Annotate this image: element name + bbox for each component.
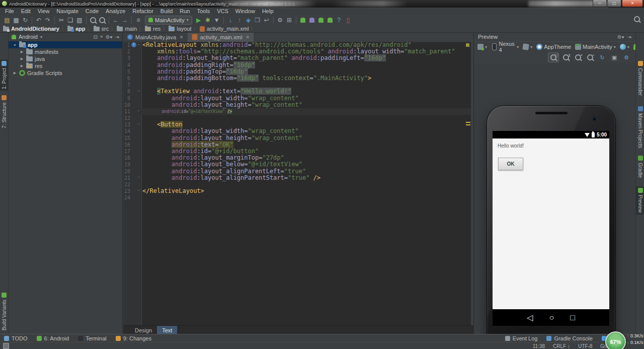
collapsed-arrow-icon[interactable]: ▶ — [20, 50, 24, 54]
preview-canvas[interactable]: 5:00 Hello world! OK ◁ ○ □ — [474, 63, 635, 334]
zoom-in-icon[interactable]: + — [573, 53, 583, 62]
zoom-fit-icon[interactable]: □ — [548, 52, 559, 62]
android-icon[interactable] — [326, 16, 335, 25]
chevron-down-icon[interactable]: ▾ — [40, 35, 42, 39]
phone-screen[interactable]: 5:00 Hello world! OK ◁ ○ □ — [493, 131, 609, 326]
toolwindow-event-log[interactable]: Event Log — [505, 335, 538, 341]
file-encoding[interactable]: UTF-8 — [578, 343, 592, 349]
avd-manager-icon[interactable] — [307, 16, 316, 25]
menu-navigate[interactable]: Navigate — [53, 8, 82, 14]
fold-marker[interactable]: − — [137, 43, 141, 47]
breadcrumb-item-layout[interactable]: layout — [169, 26, 191, 32]
tree-item-gradle-scripts[interactable]: ▶Gradle Scripts — [9, 69, 122, 77]
collapsed-arrow-icon[interactable]: ▶ — [20, 64, 24, 68]
collapsed-arrow-icon[interactable]: ▶ — [20, 57, 24, 61]
code-editor[interactable]: 1c−<RelativeLayout xmlns:android="http:/… — [123, 42, 471, 325]
attach-debugger-icon[interactable]: ▼ — [212, 16, 221, 25]
menu-vcs[interactable]: VCS — [213, 8, 232, 14]
locale-globe-selector[interactable]: ▾ — [618, 44, 631, 50]
close-button[interactable]: ✕ — [622, 0, 643, 7]
stripe-item-7-structure[interactable]: 7: Structure — [0, 94, 8, 130]
back-nav-icon[interactable]: ◁ — [527, 313, 533, 322]
toolwindow-9-changes[interactable]: 9: Changes — [116, 335, 151, 341]
tree-item-app[interactable]: ▼app — [9, 41, 122, 48]
hide-panel-icon[interactable]: ⇥ — [115, 34, 119, 40]
nexus-4-selector[interactable]: Nexus 4▾ — [490, 41, 520, 53]
diff-icon[interactable]: ❒ — [253, 16, 262, 25]
code-line-15[interactable]: 15 android:layout_height="wrap_content" — [123, 135, 471, 142]
open-icon[interactable]: ▤ — [3, 16, 12, 25]
project-structure-icon[interactable]: ⊞ — [285, 16, 294, 25]
settings-icon[interactable]: ⚙ — [276, 16, 285, 25]
sync-icon[interactable]: ↻ — [21, 16, 30, 25]
code-line-23[interactable]: 23⌐</RelativeLayout> — [123, 188, 471, 194]
help-icon[interactable]: ? — [335, 16, 344, 25]
fold-marker[interactable]: ⌐ — [137, 189, 141, 193]
layout-config-selector[interactable]: ▾ — [476, 44, 489, 50]
project-view-selector[interactable]: Android — [19, 34, 38, 40]
close-icon[interactable]: ✕ — [180, 35, 184, 40]
scroll-to-source-icon[interactable]: ⌖ — [100, 34, 103, 40]
menu-edit[interactable]: Edit — [18, 8, 34, 14]
menu-refactor[interactable]: Refactor — [129, 8, 157, 14]
fold-marker[interactable]: − — [137, 89, 141, 93]
expanded-arrow-icon[interactable]: ▼ — [13, 43, 17, 47]
menu-tools[interactable]: Tools — [193, 8, 213, 14]
toolwindow-6-android[interactable]: 6: Android — [37, 335, 69, 341]
toolwindow-todo[interactable]: TODO — [4, 335, 28, 341]
breadcrumb-item-app[interactable]: app — [67, 26, 86, 32]
tab-design[interactable]: Design — [130, 326, 157, 334]
toolwindow-terminal[interactable]: Terminal — [78, 335, 107, 341]
toolwindow-gradle-console[interactable]: Gradle Console — [546, 335, 592, 341]
save-icon[interactable]: ▦ — [12, 16, 21, 25]
tree-item-manifests[interactable]: ▶manifests — [9, 48, 122, 55]
vcs-commit-icon[interactable]: ↑ — [235, 16, 244, 25]
stripe-item-1-project[interactable]: 1: Project — [0, 59, 8, 91]
back-icon[interactable]: ← — [111, 16, 120, 25]
lock-icon[interactable]: ◈ — [244, 16, 253, 25]
mainactivity-selector[interactable]: MainActivity▾ — [574, 44, 617, 50]
tree-item-res[interactable]: ▶res — [9, 62, 122, 69]
tab-mainactivity-java[interactable]: CMainActivity.java✕ — [123, 32, 188, 42]
breadcrumb-item-res[interactable]: res — [145, 26, 160, 32]
home-nav-icon[interactable]: ○ — [549, 313, 554, 322]
sdk-manager-icon[interactable] — [298, 16, 307, 25]
collapsed-arrow-icon[interactable]: ▶ — [13, 71, 17, 75]
preview-settings-gear-icon[interactable]: ⚙▾ — [617, 34, 624, 40]
recents-nav-icon[interactable]: □ — [570, 313, 575, 322]
code-line-21[interactable]: 21⌐ android:layout_alignParentStart="tru… — [123, 175, 471, 181]
zoom-out-icon[interactable]: − — [585, 53, 595, 62]
line-separator[interactable]: CRLF ↕ — [553, 343, 570, 349]
code-line-24[interactable]: 24 — [123, 194, 471, 201]
breadcrumb-item-androiddictionary[interactable]: AndroidDictionary — [3, 26, 59, 32]
refresh-icon[interactable]: ↻ — [597, 53, 607, 62]
search-everywhere-icon[interactable] — [634, 16, 640, 23]
orientation-selector[interactable]: ▾ — [521, 44, 534, 50]
stripe-item-gradle[interactable]: Gradle — [636, 154, 644, 179]
collapse-all-icon[interactable]: ⊟ — [94, 34, 98, 40]
hide-preview-icon[interactable]: ⇥ — [627, 34, 631, 40]
menu-view[interactable]: View — [34, 8, 53, 14]
code-line-6[interactable]: 6 android:paddingBottom="16dp" tools:con… — [123, 75, 471, 82]
replace-icon[interactable] — [98, 16, 107, 25]
code-line-10[interactable]: 10 android:layout_height="wrap_content" — [123, 102, 471, 108]
paste-icon[interactable]: ▨ — [75, 16, 84, 25]
menu-build[interactable]: Build — [157, 8, 176, 14]
preview-settings-icon[interactable]: ⚙ — [621, 53, 631, 62]
menu-analyze[interactable]: Analyze — [102, 8, 129, 14]
title-bar[interactable]: AndroidDictionary - [E:\AndroidStudioPro… — [0, 0, 644, 8]
stripe-item-preview[interactable]: Preview — [636, 186, 644, 215]
tab-activity-main-xml[interactable]: activity_main.xml✕ — [188, 32, 254, 42]
breadcrumb-item-src[interactable]: src — [94, 26, 109, 32]
close-icon[interactable]: ✕ — [246, 35, 250, 40]
monitor-icon[interactable]: ▯ — [344, 16, 353, 25]
stripe-item-build-variants[interactable]: Build Variants — [0, 291, 8, 332]
vcs-update-icon[interactable]: ↓ — [226, 16, 235, 25]
menu-window[interactable]: Window — [232, 8, 259, 14]
find-icon[interactable] — [89, 16, 98, 25]
minimize-button[interactable]: ─ — [593, 0, 607, 7]
code-line-11[interactable]: 11⌐ android:id="@+id/textView" /> — [123, 108, 471, 115]
panel-settings-gear-icon[interactable]: ⚙▾ — [106, 34, 113, 40]
rollback-icon[interactable]: ↩ — [262, 16, 271, 25]
menu-code[interactable]: Code — [82, 8, 102, 14]
